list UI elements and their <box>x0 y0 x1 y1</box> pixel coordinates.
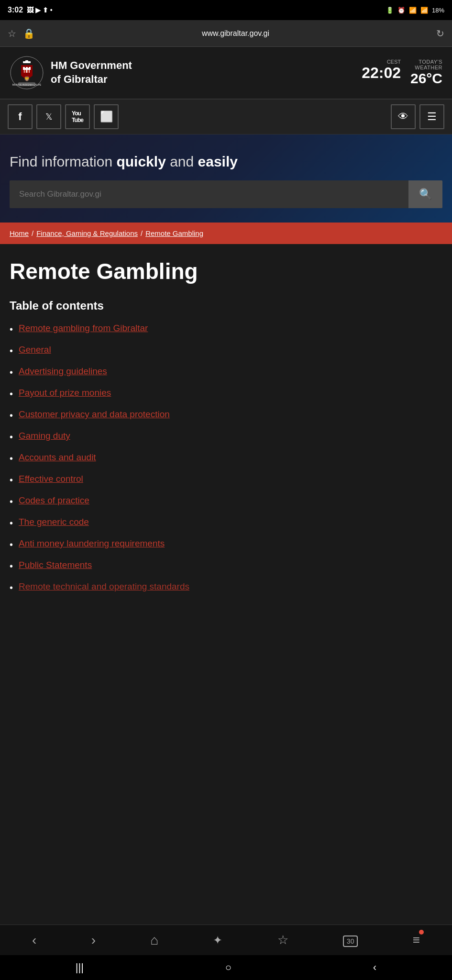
breadcrumb-current[interactable]: Remote Gambling <box>145 229 203 237</box>
breadcrumb-separator-1: / <box>32 229 33 237</box>
facebook-button[interactable]: f <box>8 104 33 129</box>
tabs-button[interactable]: 30 <box>339 930 362 950</box>
svg-rect-7 <box>23 67 25 70</box>
browser-menu-button[interactable]: ≡ <box>409 929 424 951</box>
table-row: Public Statements <box>10 559 442 573</box>
table-row: The generic code <box>10 516 442 530</box>
spark-icon: ✦ <box>213 934 222 947</box>
browser-menu-icon: ≡ <box>413 933 420 947</box>
bottom-nav: ‹ › ⌂ ✦ ☆ 30 ≡ <box>0 924 452 955</box>
svg-text:🦁: 🦁 <box>24 76 30 82</box>
spark-button[interactable]: ✦ <box>209 930 226 951</box>
status-bar: 3:02 🖼 ▶ ⬆ • 🔋 ⏰ 📶 📶 18% <box>0 0 452 20</box>
table-row: Payout of prize monies <box>10 387 442 401</box>
tagline-bold2: easily <box>198 154 238 169</box>
back-icon: ‹ <box>32 933 36 947</box>
svg-rect-8 <box>29 67 31 70</box>
toc-link[interactable]: Effective control <box>19 473 83 486</box>
tab-count: 30 <box>343 935 358 947</box>
bookmark-icon[interactable]: ☆ <box>8 28 16 39</box>
forward-icon: › <box>91 933 96 947</box>
site-header: 🦁 MONTIS INSIGNIA CALPE HM Government of… <box>0 47 452 100</box>
breadcrumb-separator-2: / <box>141 229 143 237</box>
refresh-icon[interactable]: ↻ <box>436 28 444 39</box>
browser-bar: ☆ 🔒 www.gibraltar.gov.gi ↻ <box>0 20 452 47</box>
toc-link[interactable]: Remote gambling from Gibraltar <box>19 322 148 335</box>
instagram-icon: ⬜ <box>100 111 113 123</box>
page-title: Remote Gambling <box>10 258 442 285</box>
org-name: HM Government of Gibraltar <box>51 59 132 86</box>
time-display: 3:02 <box>8 6 23 14</box>
battery-icon: 🔋 <box>386 7 394 14</box>
table-of-contents: Remote gambling from GibraltarGeneralAdv… <box>10 322 442 594</box>
home-icon: ⌂ <box>150 933 158 947</box>
site-logo: 🦁 MONTIS INSIGNIA CALPE HM Government of… <box>10 56 132 90</box>
svg-rect-10 <box>24 70 26 73</box>
utility-buttons: 👁 ☰ <box>391 104 444 129</box>
battery-percent: 18% <box>432 7 444 14</box>
svg-rect-9 <box>26 67 28 70</box>
accessibility-button[interactable]: 👁 <box>391 104 416 129</box>
bookmarks-button[interactable]: ☆ <box>274 929 292 951</box>
toc-link[interactable]: The generic code <box>19 516 89 529</box>
notification-badge <box>419 930 424 935</box>
hero-section: Find information quickly and easily 🔍 <box>0 134 452 223</box>
forward-button[interactable]: › <box>88 929 99 952</box>
table-row: General <box>10 344 442 357</box>
status-right-icons: 🔋 ⏰ 📶 📶 18% <box>386 7 444 14</box>
home-button[interactable]: ⌂ <box>146 929 162 952</box>
table-row: Customer privacy and data protection <box>10 408 442 422</box>
temperature: 26°C <box>410 70 442 87</box>
android-back-icon[interactable]: ‹ <box>373 961 376 974</box>
wifi-icon: 📶 <box>409 7 417 14</box>
alarm-icon: ⏰ <box>397 7 405 14</box>
eye-icon: 👁 <box>398 111 408 123</box>
search-button[interactable]: 🔍 <box>408 180 442 208</box>
svg-rect-11 <box>27 70 29 73</box>
android-recent-icon[interactable]: ||| <box>76 961 84 974</box>
toc-link[interactable]: General <box>19 344 51 356</box>
url-display[interactable]: www.gibraltar.gov.gi <box>42 29 430 38</box>
breadcrumb-home[interactable]: Home <box>10 229 29 237</box>
signal-icon: 📶 <box>420 7 428 14</box>
table-row: Advertising guidelines <box>10 365 442 379</box>
table-row: Remote technical and operating standards <box>10 580 442 594</box>
tagline-text2: and <box>166 154 198 169</box>
twitter-icon: 𝕏 <box>45 111 53 122</box>
youtube-icon: YouTube <box>72 110 83 123</box>
page-content: Remote Gambling Table of contents Remote… <box>0 244 452 616</box>
table-row: Effective control <box>10 473 442 487</box>
svg-text:MONTIS INSIGNIA CALPE: MONTIS INSIGNIA CALPE <box>12 83 42 86</box>
back-button[interactable]: ‹ <box>28 929 40 952</box>
android-home-icon[interactable]: ○ <box>225 961 232 974</box>
star-icon: ☆ <box>277 933 288 947</box>
search-input[interactable] <box>10 180 408 208</box>
toc-link[interactable]: Public Statements <box>19 559 92 572</box>
toc-link[interactable]: Advertising guidelines <box>19 365 107 378</box>
breadcrumb-finance[interactable]: Finance, Gaming & Regulations <box>36 229 138 237</box>
weather-label: TODAY'SWEATHER <box>410 59 442 70</box>
table-row: Accounts and audit <box>10 451 442 465</box>
lock-icon: 🔒 <box>23 28 35 39</box>
hero-tagline: Find information quickly and easily <box>10 154 442 170</box>
twitter-button[interactable]: 𝕏 <box>36 104 61 129</box>
table-row: Codes of practice <box>10 494 442 508</box>
toc-link[interactable]: Customer privacy and data protection <box>19 408 170 421</box>
menu-button[interactable]: ☰ <box>419 104 444 129</box>
toc-link[interactable]: Anti money laundering requirements <box>19 537 165 550</box>
status-icons: 🖼 ▶ ⬆ • <box>27 6 53 14</box>
toc-link[interactable]: Gaming duty <box>19 430 70 443</box>
toc-link[interactable]: Codes of practice <box>19 494 89 507</box>
search-icon: 🔍 <box>419 188 432 200</box>
toc-link[interactable]: Accounts and audit <box>19 451 96 464</box>
android-nav: ||| ○ ‹ <box>0 955 452 980</box>
instagram-button[interactable]: ⬜ <box>94 104 119 129</box>
toc-link[interactable]: Payout of prize monies <box>19 387 111 400</box>
table-row: Gaming duty <box>10 430 442 444</box>
youtube-button[interactable]: YouTube <box>65 104 90 129</box>
search-box: 🔍 <box>10 180 442 208</box>
toc-link[interactable]: Remote technical and operating standards <box>19 580 189 593</box>
status-time: 3:02 🖼 ▶ ⬆ • <box>8 6 53 14</box>
tagline-bold1: quickly <box>116 154 165 169</box>
breadcrumb: Home / Finance, Gaming & Regulations / R… <box>0 223 452 244</box>
